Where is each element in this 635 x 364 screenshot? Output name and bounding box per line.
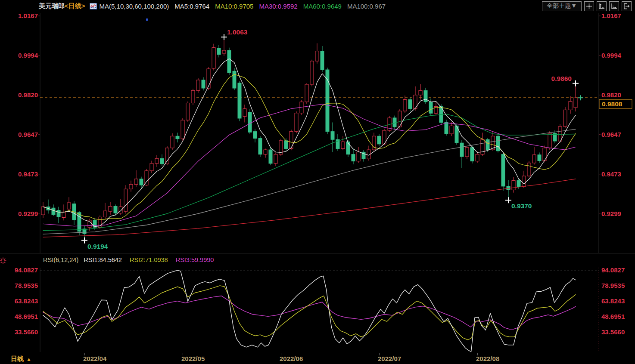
rsi3-value: RSI3:59.9990 <box>176 256 214 263</box>
extreme-price-label: 1.0063 <box>227 28 248 36</box>
extreme-price-label: 0.9860 <box>551 75 572 82</box>
price-axis-label: 0.9299 <box>601 210 621 217</box>
zoom-horizontal-icon[interactable] <box>609 1 619 11</box>
ma60-value: MA60:0.9649 <box>303 3 342 10</box>
theme-dropdown-button[interactable]: 全部主题▼ <box>542 1 582 11</box>
period-up-arrow: ▲ <box>26 356 31 362</box>
ma30-line <box>43 104 576 226</box>
ma100-value: MA100:0.967 <box>347 3 386 10</box>
high-cross-marker <box>221 34 227 40</box>
rsi-axis-label: 94.0827 <box>15 266 38 274</box>
ma-group-label: MA(5,10,30,60,100,200) <box>100 3 169 10</box>
mini-chart-icon <box>90 3 97 9</box>
rsi-axis-label: 94.0827 <box>601 266 625 274</box>
low-cross-marker <box>81 238 87 244</box>
price-axis-label: 0.9994 <box>601 52 622 59</box>
month-label: 2022/06 <box>280 355 303 362</box>
month-label: 2022/07 <box>378 355 401 362</box>
candlestick-chart-canvas[interactable]: 1.01671.01670.99940.99940.98200.98200.96… <box>0 0 635 364</box>
month-label: 2022/08 <box>476 355 499 362</box>
price-axis-label: 0.9473 <box>18 170 38 178</box>
rsi-axis-label: 48.6951 <box>601 313 625 320</box>
event-marker-dot <box>146 19 148 21</box>
trading-chart-window: { "header": { "symbol": "美元瑞郎", "period_… <box>0 0 635 364</box>
rsi-group-label: RSI(6,12,24) <box>43 256 78 263</box>
rsi2-line <box>43 286 576 340</box>
price-axis-label: 0.9647 <box>18 131 38 138</box>
extreme-price-label: 0.9194 <box>87 243 108 250</box>
price-axis-label: 0.9994 <box>18 52 38 59</box>
ma10-value: MA10:0.9705 <box>215 3 253 10</box>
rsi-axis-label: 78.9535 <box>601 282 625 289</box>
rsi-header: RSI(6,12,24) RSI1:84.5642 RSI2:71.0938 R… <box>43 256 214 263</box>
rsi-axis-label: 33.5660 <box>601 328 625 336</box>
candles-layer <box>41 40 577 238</box>
rsi-axis-label: 48.6951 <box>15 313 38 320</box>
rsi-axis-label: 63.8243 <box>601 297 625 305</box>
price-axis-label: 0.9820 <box>601 91 621 99</box>
ma60-line <box>43 114 576 230</box>
symbol-name: 美元瑞郎 <box>39 2 65 10</box>
last-price-marker <box>578 95 583 100</box>
pan-icon[interactable] <box>584 1 594 11</box>
period-selector[interactable]: 日线▲ <box>11 355 31 363</box>
month-label: 2022/05 <box>181 355 205 362</box>
month-label: 2022/04 <box>83 355 106 362</box>
alert-star-icon <box>0 258 6 264</box>
price-axis-label: 0.9473 <box>601 170 621 178</box>
ma100-line <box>43 129 576 234</box>
price-axis-label: 0.9299 <box>18 210 38 217</box>
rsi-axis-label: 63.8243 <box>15 297 38 305</box>
rsi-axis-label: 78.9535 <box>15 282 38 289</box>
low-cross-marker <box>505 197 511 203</box>
zoom-vertical-icon[interactable] <box>597 1 607 11</box>
price-axis-label: 1.0167 <box>18 12 38 19</box>
period-tag: <日线> <box>65 2 85 10</box>
rsi3-line <box>43 296 576 329</box>
price-axis-label: 0.9647 <box>601 131 621 138</box>
current-price-value: 0.9808 <box>602 100 623 108</box>
chart-header: 美元瑞郎<日线> MA(5,10,30,60,100,200) MA5:0.97… <box>0 0 635 12</box>
rsi1-value: RSI1:84.5642 <box>84 256 122 263</box>
high-cross-marker <box>573 80 579 86</box>
price-axis-label: 0.9820 <box>18 91 38 99</box>
ma30-value: MA30:0.9592 <box>259 3 297 10</box>
export-icon[interactable] <box>622 1 632 11</box>
price-axis-label: 1.0167 <box>601 12 621 19</box>
ma5-line <box>43 59 576 227</box>
extreme-price-label: 0.9370 <box>511 202 532 210</box>
ma5-value: MA5:0.9764 <box>174 3 209 10</box>
time-axis-bar: 日线▲ 2022/04 2022/05 2022/06 2022/07 2022… <box>0 353 635 364</box>
rsi2-value: RSI2:71.0938 <box>130 256 168 263</box>
rsi-axis-label: 33.5660 <box>15 328 38 336</box>
